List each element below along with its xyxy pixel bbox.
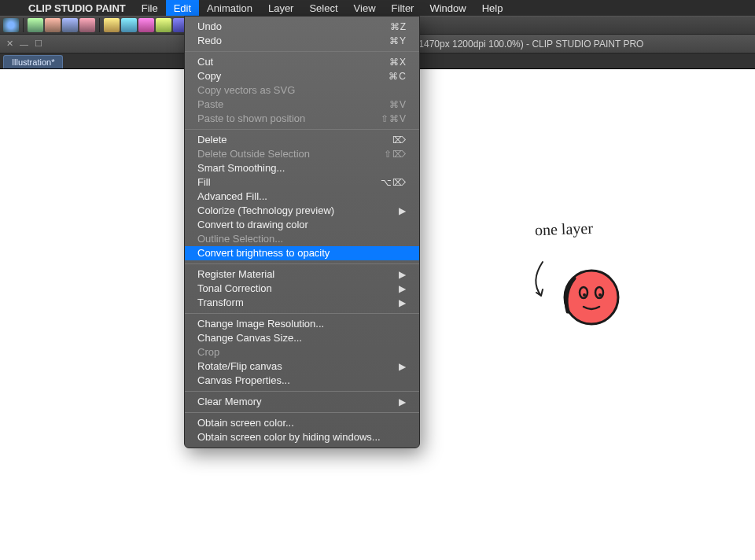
menu-item-canvas-properties[interactable]: Canvas Properties... bbox=[185, 374, 419, 388]
submenu-arrow-icon: ▶ bbox=[399, 204, 407, 218]
menu-separator bbox=[185, 263, 419, 264]
menu-item-label: Rotate/Flip canvas bbox=[197, 359, 282, 374]
submenu-arrow-icon: ▶ bbox=[399, 296, 407, 310]
menu-item-delete[interactable]: Delete⌦ bbox=[185, 133, 419, 147]
menu-item-label: Clear Memory bbox=[197, 395, 262, 409]
menu-item-label: Redo bbox=[197, 34, 222, 48]
menu-item-smart-smoothing[interactable]: Smart Smoothing... bbox=[185, 161, 419, 175]
canvas-drawing: one layer bbox=[527, 220, 684, 346]
edit-menu-dropdown: Undo⌘ZRedo⌘YCut⌘XCopy⌘CCopy vectors as S… bbox=[184, 16, 420, 448]
sprite-icon-5[interactable] bbox=[104, 18, 120, 32]
sprite-icon-8[interactable] bbox=[156, 18, 171, 32]
menu-item-clear-memory[interactable]: Clear Memory▶ bbox=[185, 395, 419, 409]
menu-item-rotate-flip-canvas[interactable]: Rotate/Flip canvas▶ bbox=[185, 359, 419, 374]
document-tab-label: Illustration* bbox=[12, 57, 54, 67]
menu-item-copy[interactable]: Copy⌘C bbox=[185, 69, 419, 83]
menu-item-copy-vectors-as-svg: Copy vectors as SVG bbox=[185, 83, 419, 98]
sprite-icon-6[interactable] bbox=[121, 18, 137, 32]
menu-item-label: Obtain screen color... bbox=[197, 416, 294, 430]
menu-filter[interactable]: Filter bbox=[384, 0, 422, 16]
menu-item-label: Colorize (Technology preview) bbox=[197, 204, 334, 218]
menu-item-tonal-correction[interactable]: Tonal Correction▶ bbox=[185, 282, 419, 296]
menu-item-label: Paste bbox=[197, 98, 223, 112]
menu-item-fill[interactable]: Fill⌥⌦ bbox=[185, 175, 419, 190]
toolbar-separator bbox=[99, 18, 100, 32]
maximize-icon[interactable]: ☐ bbox=[35, 39, 42, 49]
handwritten-arrow-icon bbox=[527, 258, 558, 305]
menu-item-label: Change Image Resolution... bbox=[197, 317, 324, 331]
minimize-icon[interactable]: — bbox=[20, 39, 28, 49]
menu-shortcut: ⌘C bbox=[389, 69, 407, 83]
menu-separator bbox=[185, 313, 419, 314]
menu-item-convert-brightness-to-opacity[interactable]: Convert brightness to opacity bbox=[185, 246, 419, 260]
svg-point-4 bbox=[598, 293, 602, 297]
menu-shortcut: ⌘V bbox=[389, 98, 407, 112]
menu-shortcut: ⌥⌦ bbox=[381, 175, 407, 190]
home-icon[interactable] bbox=[3, 18, 19, 32]
app-name: CLIP STUDIO PAINT bbox=[20, 2, 134, 14]
submenu-arrow-icon: ▶ bbox=[399, 395, 407, 409]
menu-item-obtain-screen-color-by-hiding-windows[interactable]: Obtain screen color by hiding windows... bbox=[185, 430, 419, 444]
menu-item-undo[interactable]: Undo⌘Z bbox=[185, 20, 419, 34]
menu-shortcut: ⌘X bbox=[389, 55, 407, 69]
menu-item-colorize-technology-preview[interactable]: Colorize (Technology preview)▶ bbox=[185, 204, 419, 218]
menu-item-label: Copy vectors as SVG bbox=[197, 83, 295, 98]
menu-item-paste: Paste⌘V bbox=[185, 98, 419, 112]
sprite-icon-2[interactable] bbox=[45, 18, 61, 32]
menu-item-convert-to-drawing-color[interactable]: Convert to drawing color bbox=[185, 218, 419, 232]
menu-file[interactable]: File bbox=[134, 0, 166, 16]
menubar: CLIP STUDIO PAINT FileEditAnimationLayer… bbox=[0, 0, 755, 16]
menu-shortcut: ⇧⌘V bbox=[381, 112, 407, 126]
document-tab[interactable]: Illustration* bbox=[3, 55, 63, 68]
sprite-icon-4[interactable] bbox=[79, 18, 95, 32]
toolbar-separator bbox=[23, 18, 24, 32]
menu-item-obtain-screen-color[interactable]: Obtain screen color... bbox=[185, 416, 419, 430]
face-drawing-icon bbox=[560, 266, 623, 329]
menu-separator bbox=[185, 129, 419, 130]
menu-item-crop: Crop bbox=[185, 345, 419, 359]
menu-item-label: Smart Smoothing... bbox=[197, 161, 285, 175]
menu-shortcut: ⌦ bbox=[392, 133, 407, 147]
menu-item-redo[interactable]: Redo⌘Y bbox=[185, 34, 419, 48]
menu-item-advanced-fill[interactable]: Advanced Fill... bbox=[185, 190, 419, 204]
menu-separator bbox=[185, 391, 419, 392]
sprite-icon-1[interactable] bbox=[28, 18, 43, 32]
menu-item-label: Register Material bbox=[197, 267, 274, 282]
menu-item-label: Undo bbox=[197, 20, 222, 34]
menu-item-paste-to-shown-position: Paste to shown position⇧⌘V bbox=[185, 112, 419, 126]
menu-animation[interactable]: Animation bbox=[199, 0, 260, 16]
menu-item-transform[interactable]: Transform▶ bbox=[185, 296, 419, 310]
menu-shortcut: ⇧⌦ bbox=[384, 147, 407, 161]
menu-shortcut: ⌘Z bbox=[390, 20, 407, 34]
menu-select[interactable]: Select bbox=[301, 0, 345, 16]
menu-separator bbox=[185, 51, 419, 52]
menu-item-label: Advanced Fill... bbox=[197, 190, 267, 204]
menu-item-change-canvas-size[interactable]: Change Canvas Size... bbox=[185, 331, 419, 345]
menu-item-label: Copy bbox=[197, 69, 221, 83]
menu-window[interactable]: Window bbox=[422, 0, 473, 16]
menu-item-label: Obtain screen color by hiding windows... bbox=[197, 430, 381, 444]
menu-separator bbox=[185, 412, 419, 413]
menu-item-label: Canvas Properties... bbox=[197, 374, 290, 388]
menu-item-delete-outside-selection: Delete Outside Selection⇧⌦ bbox=[185, 147, 419, 161]
menu-item-label: Tonal Correction bbox=[197, 282, 272, 296]
menu-item-change-image-resolution[interactable]: Change Image Resolution... bbox=[185, 317, 419, 331]
menu-item-label: Outline Selection... bbox=[197, 232, 283, 246]
menu-layer[interactable]: Layer bbox=[260, 0, 302, 16]
menu-view[interactable]: View bbox=[346, 0, 384, 16]
menu-help[interactable]: Help bbox=[474, 0, 511, 16]
menu-item-label: Change Canvas Size... bbox=[197, 331, 302, 345]
menu-edit[interactable]: Edit bbox=[166, 0, 199, 16]
menu-item-label: Paste to shown position bbox=[197, 112, 305, 126]
sprite-icon-3[interactable] bbox=[62, 18, 78, 32]
menu-shortcut: ⌘Y bbox=[389, 34, 407, 48]
close-icon[interactable]: ✕ bbox=[6, 39, 13, 49]
menu-item-cut[interactable]: Cut⌘X bbox=[185, 55, 419, 69]
submenu-arrow-icon: ▶ bbox=[399, 267, 407, 282]
sprite-icon-7[interactable] bbox=[138, 18, 154, 32]
menu-item-label: Delete Outside Selection bbox=[197, 147, 310, 161]
menu-item-register-material[interactable]: Register Material▶ bbox=[185, 267, 419, 282]
menu-item-label: Transform bbox=[197, 296, 244, 310]
submenu-arrow-icon: ▶ bbox=[399, 282, 407, 296]
svg-point-3 bbox=[583, 293, 586, 297]
